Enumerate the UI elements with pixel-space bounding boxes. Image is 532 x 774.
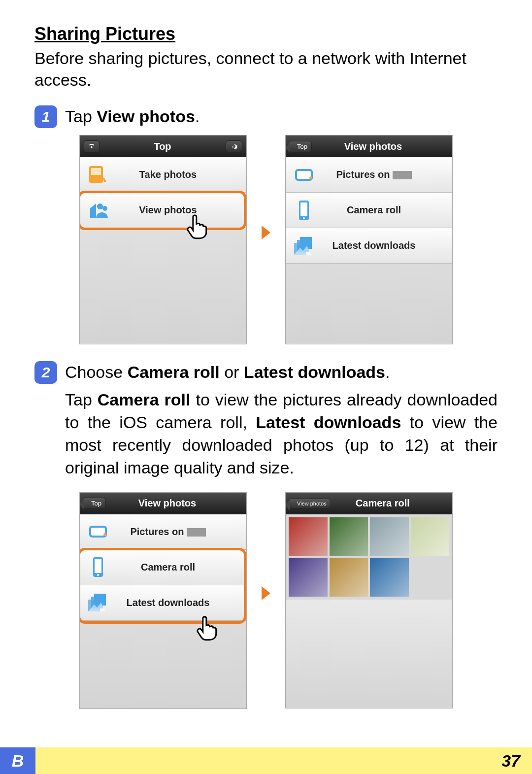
phone-title: Top [154,141,171,152]
svg-rect-1 [91,168,101,175]
phone-top-screen: Top Take photos [79,135,247,344]
menu-item-latest-downloads[interactable]: Latest downloads [286,228,452,264]
phone-device-icon [292,198,316,223]
manual-page: Sharing Pictures Before sharing pictures… [0,0,532,774]
phone-view-photos-screen: Top View photos Pictures on D▮▮▮ [285,135,453,344]
phone-list: Pictures on D▮▮▮ Camera roll Latest down… [80,514,246,621]
t: Pictures on [130,526,186,537]
label: Take photos [120,169,240,180]
page-number: 37 [501,751,520,771]
back-button[interactable]: Top [84,498,106,509]
camera-tap-icon [86,163,110,187]
thumbnail-grid [286,514,452,600]
step-2-header: 2 Choose Camera roll or Latest downloads… [34,361,498,384]
camera-device-icon [292,163,316,187]
stack-icon [292,234,316,258]
thumbnail[interactable] [411,517,450,556]
svg-point-4 [102,206,107,211]
camera-device-icon [86,519,110,544]
svg-point-2 [99,176,103,180]
svg-rect-6 [297,171,311,179]
intro-text: Before sharing pictures, connect to a ne… [34,47,498,91]
phone-view-photos-screen-2: Top View photos Pictures on D▮▮▮ [79,492,247,709]
arrow-right-icon [262,226,270,239]
thumbnail[interactable] [289,517,328,556]
phone-header: View photos Camera roll [286,493,452,514]
gear-icon [226,140,242,152]
svg-point-3 [97,203,103,209]
svg-point-19 [97,574,99,576]
phone-header: Top View photos [80,493,246,514]
section-title: Sharing Pictures [34,24,498,44]
menu-item-take-photos[interactable]: Take photos [80,157,246,193]
step-1-title: Tap View photos. [65,105,200,127]
step-2-screenshots: Top View photos Pictures on D▮▮▮ [34,492,498,709]
svg-rect-18 [95,559,101,573]
thumbnail[interactable] [370,517,409,556]
page-footer: B 37 [0,747,532,774]
menu-item-pictures-on[interactable]: Pictures on D▮▮▮ [286,157,452,193]
menu-item-camera-roll[interactable]: Camera roll [80,550,246,585]
section-tab: B [0,747,35,774]
step-badge-2: 2 [34,361,57,384]
label: Camera roll [326,204,446,216]
t: Camera roll [128,363,220,381]
label: Pictures on D▮▮▮ [326,169,446,180]
back-button[interactable]: View photos [290,499,331,508]
t: Pictures on [336,169,392,180]
t: . [195,107,200,126]
people-share-icon [86,198,110,223]
stack-icon [86,590,110,615]
redacted: D▮▮▮ [393,171,412,179]
svg-point-7 [309,176,312,179]
phone-header: Top [80,135,246,157]
phone-title: Camera roll [356,498,410,509]
phone-title: View photos [344,141,402,152]
redacted: D▮▮▮ [187,528,206,537]
t: Tap [65,390,98,409]
wifi-icon [84,140,100,153]
label: View photos [120,204,240,216]
svg-rect-15 [91,528,105,536]
tap-hand-icon [183,212,211,239]
svg-point-10 [303,217,305,219]
thumbnail[interactable] [330,517,368,556]
t: Latest downloads [256,413,401,432]
label: Latest downloads [326,240,446,251]
svg-rect-9 [300,202,307,216]
tap-hand-icon [193,613,221,641]
thumbnail[interactable] [289,558,328,597]
phone-camera-roll-screen: View photos Camera roll [285,492,453,708]
arrow-right-icon [262,586,270,600]
t: View photos [97,107,195,126]
phone-list: Pictures on D▮▮▮ Camera roll Latest down… [286,157,452,264]
t: . [385,363,390,381]
t: Choose [65,363,128,381]
phone-header: Top View photos [286,135,452,157]
step-1-header: 1 Tap View photos. [34,105,498,128]
svg-point-16 [103,533,106,536]
step-2-title: Choose Camera roll or Latest downloads. [65,361,390,383]
step-1-screenshots: Top Take photos [34,135,498,344]
t: Latest downloads [244,363,385,381]
back-button[interactable]: Top [290,141,312,152]
t: Tap [65,107,97,126]
phone-list: Take photos View photos [80,157,246,228]
label: Latest downloads [120,597,240,608]
phone-title: View photos [138,498,196,509]
label: Pictures on D▮▮▮ [120,526,240,538]
menu-item-camera-roll[interactable]: Camera roll [286,193,452,228]
step-2-body: Tap Camera roll to view the pictures alr… [65,389,498,479]
menu-item-pictures-on[interactable]: Pictures on D▮▮▮ [80,514,246,550]
menu-item-latest-downloads[interactable]: Latest downloads [80,585,246,621]
menu-item-view-photos[interactable]: View photos [80,193,246,228]
phone-device-icon [86,555,110,579]
step-badge-1: 1 [34,105,57,128]
t: or [220,363,244,381]
label: Camera roll [120,562,240,573]
t: Camera roll [98,390,191,409]
thumbnail[interactable] [370,558,409,597]
page-content: Sharing Pictures Before sharing pictures… [0,0,532,709]
thumbnail[interactable] [330,558,368,597]
